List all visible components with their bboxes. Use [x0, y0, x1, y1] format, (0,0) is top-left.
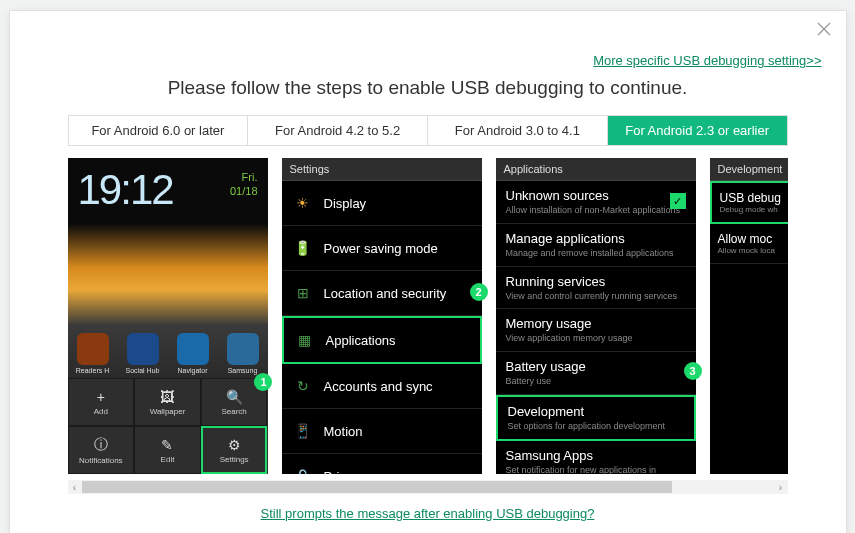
tab-android-4-2[interactable]: For Android 4.2 to 5.2 — [248, 116, 428, 145]
app-battery: Battery usageBattery use3 — [496, 352, 696, 395]
battery-icon: 🔋 — [292, 237, 314, 259]
dev-allow-mock: Allow mocAllow mock loca — [710, 224, 788, 264]
setting-display: ☀Display — [282, 181, 482, 226]
app-running: Running servicesView and control current… — [496, 267, 696, 310]
setting-location: ⊞Location and security2 — [282, 271, 482, 316]
step-panel-applications: Applications Unknown sourcesAllow instal… — [496, 158, 696, 474]
clock-time: 19:12 — [78, 166, 173, 214]
more-specific-link-wrap: More specific USB debugging setting>> — [10, 11, 846, 69]
app-memory: Memory usageView application memory usag… — [496, 309, 696, 352]
wallpaper-icon: 🖼 — [160, 389, 174, 405]
android-version-tabs: For Android 6.0 or later For Android 4.2… — [68, 115, 788, 146]
setting-applications: ▦Applications — [282, 316, 482, 364]
home-menu: +Add 🖼Wallpaper 🔍Search1 ⓘNotifications … — [68, 378, 268, 474]
step-panel-home: 19:12 Fri.01/18 Readers H Social Hub Nav… — [68, 158, 268, 474]
app-unknown-sources: Unknown sourcesAllow installation of non… — [496, 181, 696, 224]
app-readers: Readers H — [71, 333, 115, 374]
setting-privacy: 🔒Privacy — [282, 454, 482, 474]
step-panel-settings: Settings ☀Display 🔋Power saving mode ⊞Lo… — [282, 158, 482, 474]
tab-android-2-3[interactable]: For Android 2.3 or earlier — [608, 116, 787, 145]
scroll-right-arrow[interactable]: › — [774, 482, 788, 493]
menu-notifications: ⓘNotifications — [68, 426, 135, 474]
search-icon: 🔍 — [226, 389, 243, 405]
scroll-left-arrow[interactable]: ‹ — [68, 482, 82, 493]
app-development: DevelopmentSet options for application d… — [496, 395, 696, 441]
info-icon: ⓘ — [94, 436, 108, 454]
app-navigator: Navigator — [171, 333, 215, 374]
pencil-icon: ✎ — [161, 437, 173, 453]
applications-header: Applications — [496, 158, 696, 181]
instruction-gallery: 19:12 Fri.01/18 Readers H Social Hub Nav… — [68, 158, 788, 474]
step-badge-3: 3 — [684, 362, 702, 380]
still-prompts-link[interactable]: Still prompts the message after enabling… — [261, 506, 595, 521]
setting-power: 🔋Power saving mode — [282, 226, 482, 271]
close-button[interactable] — [814, 19, 834, 39]
menu-search: 🔍Search1 — [201, 378, 268, 426]
apps-icon: ▦ — [294, 329, 316, 351]
sync-icon: ↻ — [292, 375, 314, 397]
settings-header: Settings — [282, 158, 482, 181]
gear-icon: ⚙ — [228, 437, 241, 453]
menu-edit: ✎Edit — [134, 426, 201, 474]
menu-add: +Add — [68, 378, 135, 426]
step-panel-development: Development USB debugDebug mode wh Allow… — [710, 158, 788, 474]
setting-motion: 📱Motion — [282, 409, 482, 454]
motion-icon: 📱 — [292, 420, 314, 442]
app-samsung: Samsung — [221, 333, 265, 374]
development-header: Development — [710, 158, 788, 181]
step-badge-1: 1 — [254, 373, 272, 391]
home-screen: 19:12 Fri.01/18 Readers H Social Hub Nav… — [68, 158, 268, 378]
tab-android-3[interactable]: For Android 3.0 to 4.1 — [428, 116, 608, 145]
menu-settings: ⚙Settings — [201, 426, 268, 474]
bottom-link-wrap: Still prompts the message after enabling… — [10, 504, 846, 522]
dialog-heading: Please follow the steps to enable USB de… — [10, 77, 846, 99]
plus-icon: + — [97, 389, 105, 405]
usb-debugging-dialog: More specific USB debugging setting>> Pl… — [9, 10, 847, 533]
dev-usb-debug: USB debugDebug mode wh — [710, 181, 788, 224]
clock-date: Fri.01/18 — [230, 170, 258, 199]
tab-android-6[interactable]: For Android 6.0 or later — [69, 116, 249, 145]
app-row: Readers H Social Hub Navigator Samsung — [68, 333, 268, 374]
horizontal-scrollbar[interactable]: ‹ › — [68, 480, 788, 494]
more-specific-link[interactable]: More specific USB debugging setting>> — [593, 53, 821, 68]
setting-accounts: ↻Accounts and sync — [282, 364, 482, 409]
scrollbar-thumb[interactable] — [82, 481, 672, 493]
app-samsung-apps: Samsung AppsSet notification for new app… — [496, 441, 696, 474]
app-social: Social Hub — [121, 333, 165, 374]
display-icon: ☀ — [292, 192, 314, 214]
app-manage: Manage applicationsManage and remove ins… — [496, 224, 696, 267]
grid-icon: ⊞ — [292, 282, 314, 304]
lock-icon: 🔒 — [292, 465, 314, 474]
step-badge-2: 2 — [470, 283, 488, 301]
menu-wallpaper: 🖼Wallpaper — [134, 378, 201, 426]
check-icon: ✓ — [670, 193, 686, 209]
